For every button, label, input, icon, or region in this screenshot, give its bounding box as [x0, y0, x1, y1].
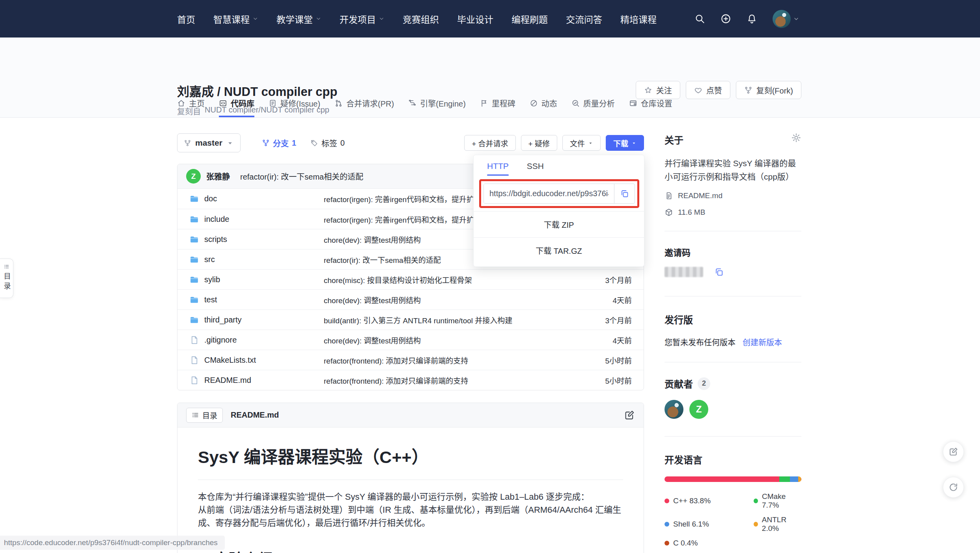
tab-质量分析[interactable]: 质量分析 [571, 97, 615, 117]
notifications-bell-icon[interactable] [747, 13, 757, 24]
gear-icon[interactable] [791, 133, 801, 143]
package-icon [665, 208, 673, 217]
commit-author-avatar[interactable]: Z [186, 169, 201, 184]
user-avatar[interactable] [773, 10, 791, 28]
file-name-cell[interactable]: include [189, 214, 314, 224]
toc-float-button[interactable]: 目录 [0, 259, 13, 298]
file-name-cell[interactable]: test [189, 295, 314, 305]
复刻(Fork)-button[interactable]: 复刻(Fork) [736, 81, 801, 99]
file-commit-message[interactable]: refactor(frontend): 添加对只编译前端的支持 [314, 355, 605, 366]
activity-icon [530, 99, 538, 107]
menu-item-download-targz[interactable]: 下载 TAR.GZ [474, 237, 644, 263]
about-title: 关于 [665, 133, 801, 146]
nav-item[interactable]: 首页 [177, 12, 195, 26]
star-icon [644, 86, 652, 94]
tab-疑修(Issue)[interactable]: 疑修(Issue) [269, 97, 320, 117]
download-tab-http[interactable]: HTTP [487, 161, 509, 176]
file-commit-message[interactable]: refactor(frontend): 添加对只编译前端的支持 [314, 375, 605, 386]
home-icon [177, 99, 185, 107]
refresh-float-button[interactable] [943, 477, 964, 498]
nav-item[interactable]: 交流问答 [566, 12, 602, 26]
tags-stat[interactable]: 标签 0 [310, 137, 345, 149]
chevron-down-icon [252, 16, 258, 22]
release-title: 发行版 [665, 312, 801, 326]
tab-里程碑[interactable]: 里程碑 [480, 97, 515, 117]
file-name-cell[interactable]: sylib [189, 275, 314, 285]
table-row[interactable]: CMakeLists.txtrefactor(frontend): 添加对只编译… [177, 350, 644, 370]
create-plus-icon[interactable] [721, 13, 731, 24]
milestone-icon [480, 99, 488, 107]
关注-button[interactable]: 关注 [636, 81, 680, 99]
new-pr-button[interactable]: + 合并请求 [464, 135, 515, 151]
repo-toolbar: master 分支 1 标签 0 + 合并请求 + 疑修 文件 下载 [177, 133, 644, 152]
tab-label: 质量分析 [583, 97, 615, 109]
file-name-cell[interactable]: scripts [189, 234, 314, 244]
create-release-link[interactable]: 创建新版本 [743, 336, 782, 348]
tab-动态[interactable]: 动态 [530, 97, 557, 117]
commit-message[interactable]: refactor(ir): 改一下sema相关的适配 [240, 171, 363, 182]
file-name-cell[interactable]: CMakeLists.txt [189, 355, 314, 365]
chevron-down-icon[interactable] [793, 16, 799, 22]
nav-item-label: 竞赛组织 [403, 12, 439, 26]
nav-item[interactable]: 精培课程 [620, 12, 657, 26]
file-commit-message[interactable]: chore(dev): 调整test用例结构 [314, 335, 612, 345]
file-name: CMakeLists.txt [204, 356, 256, 365]
divider [198, 480, 623, 480]
divider [665, 436, 801, 437]
file-name-cell[interactable]: README.md [189, 375, 314, 385]
download-tab-ssh[interactable]: SSH [527, 161, 544, 176]
readme-link-row[interactable]: README.md [665, 191, 801, 200]
nav-item[interactable]: 毕业设计 [457, 12, 493, 26]
tab-引擎(Engine)[interactable]: 引擎(Engine) [408, 97, 466, 117]
copy-icon[interactable] [714, 267, 724, 277]
tab-代码库[interactable]: 代码库 [219, 97, 254, 117]
nav-item[interactable]: 智慧课程 [213, 12, 258, 26]
caret-down-icon [588, 141, 593, 146]
nav-item[interactable]: 开发项目 [340, 12, 385, 26]
table-row[interactable]: .gitignorechore(dev): 调整test用例结构4天前 [177, 330, 644, 350]
file-name-cell[interactable]: src [189, 255, 314, 264]
file-name-cell[interactable]: .gitignore [189, 335, 314, 345]
new-pr-label: + 合并请求 [472, 138, 508, 148]
tab-合并请求(PR)[interactable]: 合并请求(PR) [334, 97, 394, 117]
new-issue-button[interactable]: + 疑修 [521, 135, 557, 151]
nav-item[interactable]: 竞赛组织 [403, 12, 439, 26]
nav-item[interactable]: 编程刷题 [511, 12, 548, 26]
table-row[interactable]: third_partybuild(antlr): 引入第三方 ANTLR4 ru… [177, 309, 644, 330]
menu-item-download-zip[interactable]: 下载 ZIP [474, 211, 644, 237]
table-row[interactable]: testchore(dev): 调整test用例结构4天前 [177, 289, 644, 309]
点赞-button[interactable]: 点赞 [686, 81, 730, 99]
commit-author-name[interactable]: 张雅静 [206, 171, 230, 182]
file-commit-message[interactable]: chore(misc): 按目录结构设计初始化工程骨架 [314, 274, 605, 285]
tab-仓库设置[interactable]: 仓库设置 [629, 97, 672, 117]
file-name-cell[interactable]: doc [189, 194, 314, 204]
search-icon[interactable] [694, 13, 705, 24]
toc-button[interactable]: 目录 [186, 408, 223, 423]
edit-readme-icon[interactable] [624, 410, 635, 421]
nav-item[interactable]: 教学课堂 [276, 12, 321, 26]
file-name-cell[interactable]: third_party [189, 315, 314, 325]
branches-stat[interactable]: 分支 1 [262, 137, 296, 149]
language-bar-segment-Shell [790, 476, 798, 482]
table-row[interactable]: README.mdrefactor(frontend): 添加对只编译前端的支持… [177, 370, 644, 390]
language-label: C++ 83.8% [673, 497, 711, 505]
languages-title: 开发语言 [665, 452, 801, 466]
clone-url-input[interactable] [484, 184, 614, 203]
toc-float-label: 目录 [2, 272, 12, 292]
branch-selector[interactable]: master [177, 133, 241, 152]
release-empty-text: 您暂未发布任何版本 [665, 336, 735, 348]
file-commit-message[interactable]: chore(dev): 调整test用例结构 [314, 294, 612, 305]
files-button[interactable]: 文件 [562, 135, 601, 151]
tab-label: 仓库设置 [641, 97, 672, 109]
file-commit-message[interactable]: build(antlr): 引入第三方 ANTLR4 runtime/tool … [314, 315, 605, 325]
tab-主页[interactable]: 主页 [177, 97, 205, 117]
download-button[interactable]: 下载 [606, 135, 644, 151]
feedback-float-button[interactable] [943, 441, 964, 462]
contributor-avatar[interactable]: Z [689, 400, 708, 419]
file-commit-time: 3个月前 [605, 315, 632, 325]
copy-url-button[interactable] [614, 184, 635, 203]
repo-header: 刘嘉成 / NUDT compiler cpp 复刻自 NUDT compile… [0, 37, 980, 118]
nav-item-label: 开发项目 [340, 12, 376, 26]
table-row[interactable]: sylibchore(misc): 按目录结构设计初始化工程骨架3个月前 [177, 269, 644, 289]
contributor-avatar[interactable] [665, 400, 683, 419]
